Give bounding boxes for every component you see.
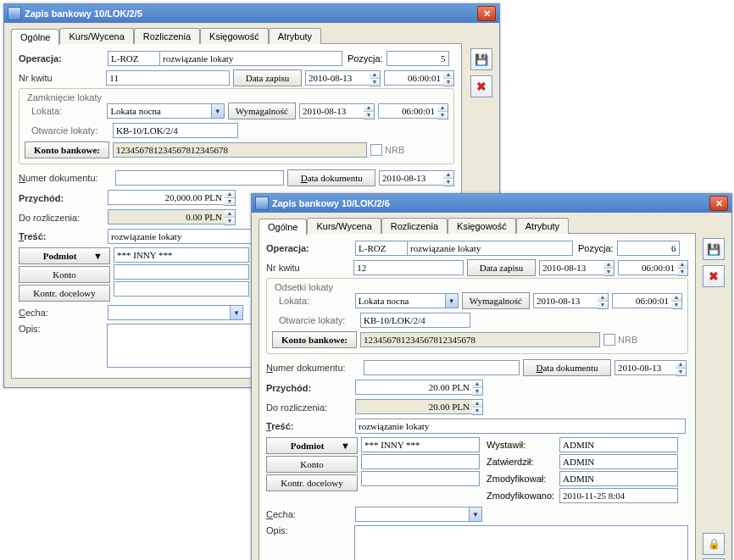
nrb-checkbox[interactable] <box>370 144 382 156</box>
label-wystawil: Wystawił: <box>487 440 559 450</box>
datazapisu-date[interactable] <box>305 70 370 86</box>
label-zmodyfikowal: Zmodyfikował: <box>487 474 559 484</box>
datazapisu-button[interactable]: Data zapisu <box>233 69 302 86</box>
label-nrkwitu: Nr kwitu <box>266 263 353 273</box>
operacja-desc[interactable] <box>159 51 342 66</box>
save-button[interactable] <box>470 48 492 70</box>
datazapisu-date[interactable] <box>539 260 603 275</box>
wymagalnosc-button[interactable]: Wymagalność <box>228 103 296 119</box>
nrb-label: NRB <box>385 145 404 155</box>
close-icon[interactable]: ✕ <box>709 196 728 211</box>
operacja-code[interactable] <box>355 241 408 256</box>
close-icon[interactable]: ✕ <box>477 6 496 21</box>
konto-button[interactable]: Konto <box>19 266 110 283</box>
datadokumentu-field[interactable] <box>379 170 443 186</box>
label-tresc: Treść: <box>266 421 355 431</box>
kontobankowe-field[interactable] <box>113 142 367 158</box>
numerdokumentu-field[interactable] <box>115 170 284 186</box>
chevron-down-icon[interactable]: ▼ <box>211 104 224 118</box>
wymagalnosc-time[interactable] <box>378 103 437 119</box>
wymagalnosc-time[interactable] <box>612 293 671 308</box>
kontrdocelowy-field[interactable] <box>361 471 480 486</box>
datazapisu-time[interactable] <box>384 70 443 86</box>
konto-button[interactable]: Konto <box>266 456 358 473</box>
cecha-combo[interactable]: ▼ <box>355 507 482 522</box>
nrb-checkbox[interactable] <box>603 334 615 346</box>
tab-rozliczenia[interactable]: Rozliczenia <box>134 28 200 44</box>
label-nrkwitu: Nr kwitu <box>19 73 106 83</box>
pozycja-field[interactable] <box>617 241 680 256</box>
chevron-down-icon: ▼ <box>341 441 350 451</box>
tab-atrybuty[interactable]: Atrybuty <box>516 218 569 234</box>
wymagalnosc-date[interactable] <box>533 293 598 308</box>
operacja-code[interactable] <box>108 51 160 66</box>
datazapisu-button[interactable]: Data zapisu <box>467 259 536 276</box>
otwarcie-field[interactable] <box>113 123 238 138</box>
lokata-combo[interactable]: Lokata nocna▼ <box>107 103 224 119</box>
operacja-desc[interactable] <box>407 241 573 256</box>
label-przychod: Przychód: <box>19 193 108 203</box>
kontrdocelowy-button[interactable]: Kontr. docelowy <box>19 285 110 302</box>
tab-ksiegowosc[interactable]: Księgowość <box>448 218 516 234</box>
kontrdocelowy-button[interactable]: Kontr. docelowy <box>266 474 358 491</box>
nrkwitu-field[interactable] <box>353 260 464 275</box>
save-button[interactable] <box>703 238 725 260</box>
group-odsetki-lokaty: Odsetki lokaty <box>272 282 336 292</box>
label-tresc: Treść: <box>19 231 108 241</box>
label-pozycja: Pozycja: <box>578 243 614 253</box>
chevron-down-icon[interactable]: ▼ <box>445 294 458 308</box>
kontrdocelowy-field[interactable] <box>114 281 249 297</box>
tab-rozliczenia[interactable]: Rozliczenia <box>381 218 448 234</box>
podmiot-button[interactable]: Podmiot▼ <box>19 247 110 264</box>
pozycja-field[interactable] <box>386 51 449 66</box>
chevron-down-icon[interactable]: ▼ <box>230 306 242 319</box>
kontobankowe-field[interactable] <box>360 332 600 347</box>
datazapisu-time[interactable] <box>618 260 677 275</box>
wymagalnosc-button[interactable]: Wymagalność <box>462 292 530 309</box>
chevron-down-icon: ▼ <box>93 251 103 261</box>
konto-field[interactable] <box>361 454 480 469</box>
lokata-combo[interactable]: Lokata nocna▼ <box>355 293 459 308</box>
datadokumentu-button[interactable]: Data dokumentu <box>287 169 375 186</box>
wymagalnosc-date[interactable] <box>299 103 364 119</box>
label-opis: Opis: <box>19 324 107 334</box>
tab-kurs[interactable]: Kurs/Wycena <box>307 218 381 234</box>
chevron-down-icon[interactable]: ▼ <box>469 507 481 521</box>
konto-field[interactable] <box>114 264 249 280</box>
cecha-combo[interactable]: ▼ <box>108 305 243 320</box>
podmiot-button[interactable]: Podmiot▼ <box>266 437 358 454</box>
datadokumentu-button[interactable]: Data dokumentu <box>523 359 611 376</box>
delete-button[interactable] <box>470 75 492 97</box>
delete-button[interactable] <box>703 265 725 287</box>
nrkwitu-field[interactable] <box>106 70 230 86</box>
podmiot-field[interactable] <box>361 437 480 452</box>
label-otwarcie: Otwarcie lokaty: <box>31 125 113 136</box>
kontobankowe-button[interactable]: Konto bankowe: <box>272 331 357 348</box>
tab-ksiegowosc[interactable]: Księgowość <box>200 28 269 44</box>
otwarcie-field[interactable] <box>360 313 470 328</box>
date-up-icon[interactable]: ▲ <box>370 71 380 78</box>
label-numerdok: Numer dokumentu: <box>19 173 115 183</box>
tab-kurs[interactable]: Kurs/Wycena <box>59 28 133 44</box>
wystawil-field <box>559 437 678 452</box>
label-zmodyfikowano: Zmodyfikowano: <box>487 491 559 501</box>
lock-button[interactable] <box>703 533 725 555</box>
tab-atrybuty[interactable]: Atrybuty <box>269 28 321 44</box>
przychod-field[interactable] <box>355 380 472 395</box>
przychod-field[interactable] <box>108 190 225 205</box>
datadokumentu-field[interactable] <box>614 360 676 375</box>
group-zamkniecie-lokaty: Zamknięcie lokaty <box>25 92 104 103</box>
label-operacja: Operacja: <box>19 53 108 64</box>
numerdokumentu-field[interactable] <box>364 360 520 375</box>
opis-textarea[interactable] <box>354 525 688 560</box>
app-icon <box>255 197 269 210</box>
label-opis: Opis: <box>266 525 354 535</box>
kontobankowe-button[interactable]: Konto bankowe: <box>25 141 109 158</box>
label-zatwierdzil: Zatwierdził: <box>487 457 559 467</box>
tab-general[interactable]: Ogólne <box>11 29 59 45</box>
date-down-icon[interactable]: ▼ <box>370 78 380 86</box>
podmiot-field[interactable] <box>114 247 249 263</box>
tresc-field[interactable] <box>355 419 686 434</box>
tab-general[interactable]: Ogólne <box>259 219 307 235</box>
label-dorozliczenia: Do rozliczenia: <box>19 213 108 223</box>
